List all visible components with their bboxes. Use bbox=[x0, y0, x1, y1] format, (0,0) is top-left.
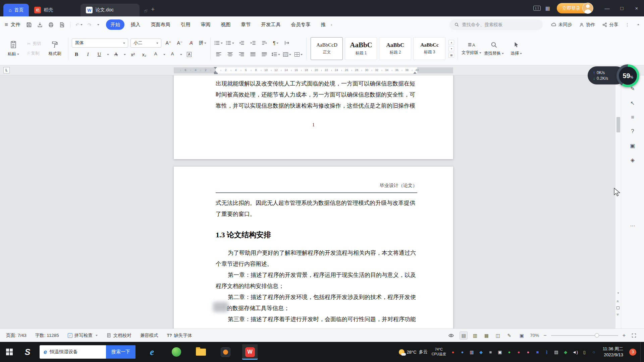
font-color-button[interactable]: A bbox=[168, 50, 177, 59]
notification-badge[interactable]: 3 bbox=[629, 349, 636, 356]
style-card-正文[interactable]: AaBbCcD正文 bbox=[311, 37, 343, 60]
apps-grid-icon[interactable]: ▦ bbox=[545, 5, 550, 11]
compatibility-mode[interactable]: 兼容模式 bbox=[140, 333, 158, 339]
paste-button[interactable]: 粘贴 bbox=[3, 35, 23, 63]
ribbon-tab-插入[interactable]: 插入 bbox=[126, 19, 145, 30]
character-border-button[interactable]: A bbox=[184, 50, 194, 59]
pinyin-guide-button[interactable]: 拼 bbox=[198, 39, 207, 47]
ribbon-tab-章节[interactable]: 章节 bbox=[236, 19, 255, 30]
tab-document[interactable]: W 论文.doc bbox=[80, 4, 140, 16]
superscript-button[interactable]: x² bbox=[128, 50, 137, 59]
increase-font-button[interactable]: A⁺ bbox=[164, 39, 173, 47]
cpu-temp-widget[interactable]: 74°C CPU温度 bbox=[432, 347, 446, 356]
ribbon-tab-推[interactable]: 推 bbox=[316, 19, 330, 30]
ink-annotate-icon[interactable]: ✎ bbox=[505, 331, 513, 340]
ribbon-tab-开发工具[interactable]: 开发工具 bbox=[257, 19, 285, 30]
spellcheck-toggle[interactable]: ✓ 拼写检查 bbox=[68, 333, 98, 339]
ribbon-tab-视图[interactable]: 视图 bbox=[216, 19, 235, 30]
redo-button[interactable]: ↷ bbox=[88, 22, 92, 27]
gallery-down-icon[interactable]: ▾ bbox=[448, 46, 454, 51]
style-card-标题 2[interactable]: AaBbC标题 2 bbox=[379, 37, 411, 60]
zoom-out-button[interactable]: − bbox=[543, 333, 546, 339]
zoom-in-button[interactable]: + bbox=[623, 333, 626, 339]
select-button[interactable]: 选择 bbox=[506, 35, 526, 63]
strikethrough-button[interactable]: A bbox=[111, 50, 120, 59]
tab-docer[interactable]: 稻 稻壳 bbox=[29, 4, 58, 16]
scroll-down-icon[interactable]: ▾ bbox=[615, 291, 621, 295]
sync-status-button[interactable]: 未同步 bbox=[551, 22, 572, 28]
minimize-button[interactable]: — bbox=[600, 0, 614, 16]
quickbar-dropdown-icon[interactable] bbox=[97, 24, 99, 26]
align-right-button[interactable] bbox=[237, 50, 246, 59]
distribute-button[interactable] bbox=[260, 50, 269, 59]
tab-stops-button[interactable] bbox=[282, 39, 291, 47]
text-direction-button[interactable] bbox=[260, 39, 269, 47]
tray-app-blue-icon[interactable]: ● bbox=[460, 350, 465, 355]
taskbar-clock[interactable]: 11:36 周二 2022/9/13 bbox=[603, 346, 623, 358]
fullscreen-icon[interactable] bbox=[630, 331, 638, 340]
tray-clipboard-icon[interactable]: ▤ bbox=[553, 350, 559, 355]
decrease-indent-button[interactable] bbox=[237, 39, 246, 47]
file-menu[interactable]: 文件 bbox=[11, 21, 20, 28]
zoom-slider[interactable] bbox=[551, 335, 618, 336]
word-count[interactable]: 字数: 11285 bbox=[35, 333, 59, 339]
outline-view-icon[interactable]: ▦ bbox=[482, 331, 490, 340]
new-tab-button[interactable]: + bbox=[151, 6, 155, 13]
underline-button[interactable]: U bbox=[95, 50, 104, 59]
bullet-list-button[interactable] bbox=[214, 39, 223, 47]
reader-view-icon[interactable]: ▥ bbox=[471, 331, 479, 340]
line-spacing-button[interactable] bbox=[271, 50, 280, 59]
tray-app-gray-icon[interactable]: ■ bbox=[488, 350, 493, 355]
tray-app-red-icon[interactable]: ● bbox=[450, 350, 456, 355]
performance-ring-widget[interactable]: 59% bbox=[616, 64, 639, 87]
page-indicator[interactable]: 页面: 7/43 bbox=[6, 333, 26, 339]
window-split-icon[interactable]: 1 bbox=[533, 6, 541, 11]
document-proofing[interactable]: 文档校对 bbox=[106, 333, 131, 339]
font-name-select[interactable]: 黑体 bbox=[72, 39, 128, 48]
login-button[interactable]: 立即登录 bbox=[557, 3, 593, 13]
app-ie-browser[interactable]: e bbox=[144, 344, 160, 360]
select-tool-icon[interactable]: ↖ bbox=[630, 100, 635, 106]
undo-button[interactable]: ↶ bbox=[75, 22, 83, 27]
tab-home[interactable]: ⌂ 首页 bbox=[3, 4, 29, 16]
tray-app-white-icon[interactable]: ▣ bbox=[497, 350, 503, 355]
decrease-font-button[interactable]: A⁻ bbox=[175, 39, 184, 47]
next-page-icon[interactable]: » bbox=[616, 313, 620, 316]
command-search-input[interactable]: 查找命令、搜索模板 bbox=[449, 19, 543, 30]
fit-page-icon[interactable]: ▣ bbox=[518, 331, 526, 340]
weather-widget[interactable]: 28°C 多云 bbox=[399, 349, 428, 355]
eye-protection-icon[interactable] bbox=[447, 331, 455, 340]
align-center-button[interactable] bbox=[225, 50, 234, 59]
maximize-button[interactable]: □ bbox=[614, 0, 629, 16]
print-preview-button[interactable] bbox=[59, 22, 65, 28]
export-button[interactable] bbox=[37, 22, 43, 28]
tray-chart-icon[interactable]: ▥ bbox=[469, 350, 475, 355]
numbered-list-button[interactable] bbox=[225, 39, 234, 47]
highlight-color-button[interactable]: A bbox=[151, 50, 160, 59]
missing-font-warning[interactable]: T? 缺失字体 bbox=[167, 333, 192, 339]
zoom-level[interactable]: 70% bbox=[530, 333, 539, 338]
ribbon-tab-页面布局[interactable]: 页面布局 bbox=[146, 19, 174, 30]
previous-page-icon[interactable]: « bbox=[616, 300, 620, 303]
find-replace-button[interactable]: 查找替换 bbox=[484, 35, 504, 63]
ribbon-tab-会员专享[interactable]: 会员专享 bbox=[286, 19, 315, 30]
gallery-more-icon[interactable]: ▦ bbox=[448, 53, 454, 58]
tray-app-indigo-icon[interactable]: ■ bbox=[535, 350, 540, 355]
show-paragraph-marks-button[interactable]: ¶ bbox=[271, 39, 280, 47]
scrollbar-thumb[interactable] bbox=[616, 117, 620, 132]
collapse-ribbon-icon[interactable] bbox=[637, 24, 639, 25]
tabs-overflow-icon[interactable]: › bbox=[331, 22, 332, 27]
zoom-slider-thumb[interactable] bbox=[595, 333, 599, 338]
taskbar-search-box[interactable]: e 恒温恒湿设备 搜索一下 bbox=[40, 345, 136, 359]
style-card-标题 1[interactable]: AaBbC标题 1 bbox=[345, 37, 377, 60]
tray-volume-icon[interactable]: ◄) bbox=[572, 350, 578, 355]
page-view-icon[interactable]: ▤ bbox=[460, 331, 468, 340]
web-layout-icon[interactable]: ◫ bbox=[494, 331, 502, 340]
ribbon-tab-审阅[interactable]: 审阅 bbox=[196, 19, 215, 30]
adjust-tool-icon[interactable]: ≡ bbox=[631, 114, 634, 120]
clear-format-button[interactable]: A bbox=[186, 39, 196, 47]
tab-selector[interactable]: L bbox=[3, 67, 10, 73]
document-page-1[interactable]: 随着信息化建设与软件开发技术逐渐成熟的时代进程的推进，所以各个信息化系统的 出现… bbox=[174, 75, 453, 159]
font-size-select[interactable]: 小二 bbox=[130, 39, 161, 48]
app-dark-utility[interactable] bbox=[218, 344, 233, 360]
